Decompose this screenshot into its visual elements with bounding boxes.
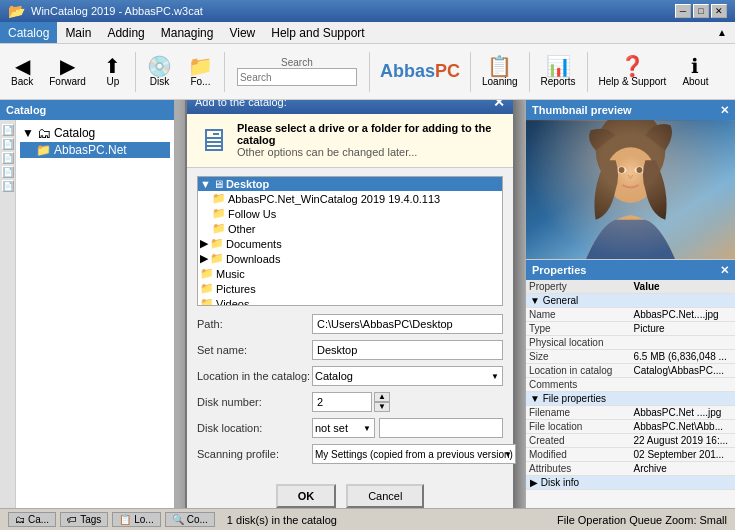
status-text: 1 disk(s) in the catalog [227,514,337,526]
thumbnail-close-button[interactable]: ✕ [720,104,729,117]
svg-rect-0 [526,120,735,259]
thumbnail-image [526,120,735,260]
up-icon: ⬆ [104,56,121,76]
disk-button[interactable]: 💿 Disk [140,52,179,91]
menu-help[interactable]: Help and Support [263,22,372,43]
cancel-button[interactable]: Cancel [346,484,424,508]
up-button[interactable]: ⬆ Up [95,52,131,91]
title-bar: 📂 WinCatalog 2019 - AbbasPC.w3cat ─ □ ✕ [0,0,735,22]
tree-item-other[interactable]: 📁 Other [198,221,502,236]
sidebar: Catalog 📄 📄 📄 📄 📄 ▼ 🗂 Catalog 📁 AbbasPC. [0,100,175,508]
properties-header: Properties ✕ [526,260,735,280]
modal-overlay: Add to the catalog: ✕ 🖥 Please select a … [175,100,525,508]
title-bar-text: WinCatalog 2019 - AbbasPC.w3cat [31,5,203,17]
followus-label: Follow Us [228,208,276,220]
desktop-label: Desktop [226,178,269,190]
location-row: Location in the catalog: Catalog [197,366,503,386]
maximize-button[interactable]: □ [693,4,709,18]
menu-view[interactable]: View [221,22,263,43]
about-button[interactable]: ℹ About [675,52,715,91]
properties-close-button[interactable]: ✕ [720,264,729,277]
folder-icon: 📁 [188,56,213,76]
followus-icon: 📁 [212,207,226,220]
tags-tab-icon: 🏷 [67,514,77,525]
status-tab-co[interactable]: 🔍 Co... [165,512,215,527]
set-name-input[interactable] [312,340,503,360]
sidebar-action-5[interactable]: 📄 [2,180,14,192]
search-input[interactable] [237,68,357,86]
sidebar-action-4[interactable]: 📄 [2,166,14,178]
app-brand: AbbasPC [374,61,466,82]
music-icon: 📁 [200,267,214,280]
disk-number-down[interactable]: ▼ [374,402,390,412]
prop-row-size: Size 6.5 MB (6,836,048 ... [526,350,735,364]
status-tab-catalog[interactable]: 🗂 Ca... [8,512,56,527]
sidebar-action-3[interactable]: 📄 [2,152,14,164]
dialog-close-button[interactable]: ✕ [493,100,505,110]
tree-item-downloads[interactable]: ▶ 📁 Downloads [198,251,502,266]
documents-expand-icon: ▶ [200,237,208,250]
tree-item-desktop[interactable]: ▼ 🖥 Desktop [198,177,502,191]
sidebar-item-abbaspc[interactable]: 📁 AbbasPC.Net [20,142,170,158]
tree-item-documents[interactable]: ▶ 📁 Documents [198,236,502,251]
menu-managing[interactable]: Managing [153,22,222,43]
status-tab-lo[interactable]: 📋 Lo... [112,512,160,527]
disk-number-up[interactable]: ▲ [374,392,390,402]
about-label: About [682,76,708,87]
status-tab-tags[interactable]: 🏷 Tags [60,512,108,527]
scanning-profile-label: Scanning profile: [197,448,312,460]
thumbnail-area [526,120,735,260]
co-tab-icon: 🔍 [172,514,184,525]
dialog-tree[interactable]: ▼ 🖥 Desktop 📁 AbbasPC.Net_WinCatalog 201… [197,176,503,306]
disk-number-input[interactable] [312,392,372,412]
prop-group-file: ▼ File properties [526,392,735,406]
tree-item-followus[interactable]: 📁 Follow Us [198,206,502,221]
reports-icon: 📊 [546,56,571,76]
svg-point-5 [619,167,625,173]
back-button[interactable]: ◀ Back [4,52,40,91]
svg-point-2 [606,147,656,203]
prop-row-created: Created 22 August 2019 16:... [526,434,735,448]
downloads-expand-icon: ▶ [200,252,208,265]
reports-button[interactable]: 📊 Reports [534,52,583,91]
minimize-button[interactable]: ─ [675,4,691,18]
path-label: Path: [197,318,312,330]
menu-main[interactable]: Main [57,22,99,43]
other-icon: 📁 [212,222,226,235]
back-label: Back [11,76,33,87]
dialog-body: ▼ 🖥 Desktop 📁 AbbasPC.Net_WinCatalog 201… [187,168,513,478]
menu-adding[interactable]: Adding [99,22,152,43]
menu-bar: Catalog Main Adding Managing View Help a… [0,22,735,44]
help-support-button[interactable]: ❓ Help & Support [592,52,674,91]
wincatalog-label: AbbasPC.Net_WinCatalog 2019 19.4.0.113 [228,193,440,205]
prop-row-attributes: Attributes Archive [526,462,735,476]
tree-item-videos[interactable]: 📁 Videos [198,296,502,306]
tree-item-music[interactable]: 📁 Music [198,266,502,281]
status-right: File Operation Queue Zoom: Small [557,514,727,526]
set-name-label: Set name: [197,344,312,356]
info-text-sub: Other options can be changed later... [237,146,503,158]
documents-label: Documents [226,238,282,250]
loaning-icon: 📋 [487,56,512,76]
sidebar-item-catalog[interactable]: ▼ 🗂 Catalog [20,124,170,142]
scanning-profile-select[interactable]: My Settings (copied from a previous vers… [312,444,516,464]
sidebar-action-1[interactable]: 📄 [2,124,14,136]
forward-button[interactable]: ▶ Forward [42,52,93,91]
scanning-profile-row: Scanning profile: My Settings (copied fr… [197,444,503,464]
location-select[interactable]: Catalog [312,366,503,386]
ok-button[interactable]: OK [276,484,337,508]
sidebar-action-2[interactable]: 📄 [2,138,14,150]
toolbar: ◀ Back ▶ Forward ⬆ Up 💿 Disk 📁 Fo... Sea… [0,44,735,100]
folder-button[interactable]: 📁 Fo... [181,52,220,91]
close-button[interactable]: ✕ [711,4,727,18]
disk-location-extra[interactable] [379,418,503,438]
tree-item-pictures[interactable]: 📁 Pictures [198,281,502,296]
loaning-button[interactable]: 📋 Loaning [475,52,525,91]
properties-table: Property Value ▼ General Name AbbasPC.Ne… [526,280,735,490]
tree-item-wincatalog[interactable]: 📁 AbbasPC.Net_WinCatalog 2019 19.4.0.113 [198,191,502,206]
prop-row-type: Type Picture [526,322,735,336]
path-input[interactable] [312,314,503,334]
videos-label: Videos [216,298,249,307]
disk-location-select[interactable]: not set [312,418,375,438]
menu-catalog[interactable]: Catalog [0,22,57,43]
